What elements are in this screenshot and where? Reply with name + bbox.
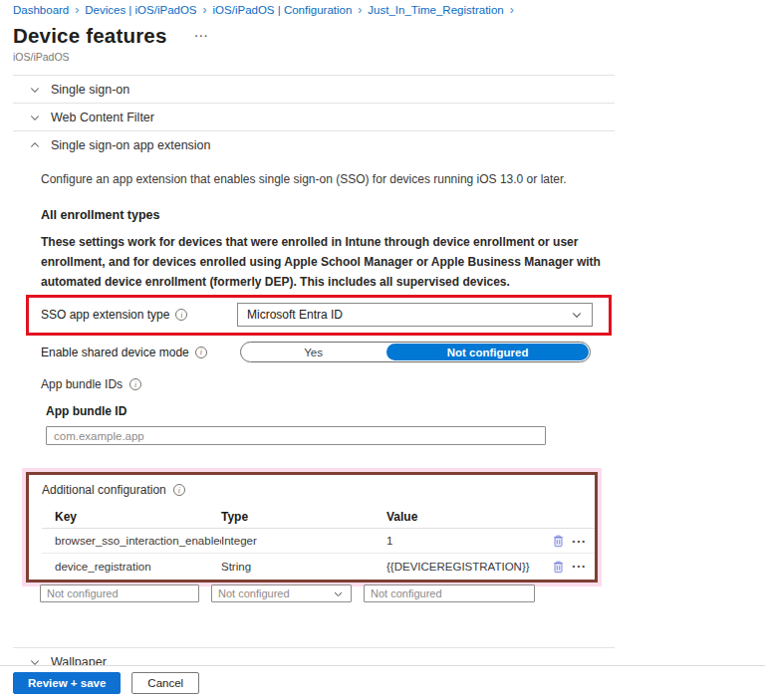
section-single-sign-on[interactable]: Single sign-on [13,76,615,103]
enrollment-types-description: These settings work for devices that wer… [41,232,605,292]
field-label: SSO app extension type [41,308,169,322]
chevron-up-icon [29,139,41,151]
app-bundle-ids-label-group: App bundle IDs i [41,377,615,391]
select-placeholder: Not configured [218,587,290,599]
platform-subtitle: iOS/iPadOS [13,51,765,63]
field-label: Enable shared device mode [41,346,189,359]
new-type-select[interactable]: Not configured [211,584,352,602]
shared-device-mode-label-group: Enable shared device mode i [41,346,240,359]
delete-row-trash-icon[interactable] [552,560,565,574]
sso-description: Configure an app extension that enables … [41,172,615,186]
cell-value: {{DEVICEREGISTRATION}} [386,561,537,573]
sso-extension-type-label-group: SSO app extension type i [41,308,237,322]
toggle-option-not-configured[interactable]: Not configured [386,344,589,360]
annotation-red-box: SSO app extension type i Microsoft Entra… [26,295,612,336]
chevron-down-icon [333,588,345,599]
chevron-down-icon [571,309,583,321]
section-label: Single sign-on app extension [51,138,211,152]
row-more-menu-icon[interactable]: ••• [573,537,587,546]
section-web-content-filter[interactable]: Web Content Filter [13,104,615,130]
table-row: device_registration String {{DEVICEREGIS… [42,554,595,579]
table-row: browser_sso_interaction_enabled Integer … [42,529,595,554]
breadcrumb-dashboard[interactable]: Dashboard [13,4,69,16]
breadcrumb-separator-icon: › [509,3,515,17]
toggle-option-yes[interactable]: Yes [241,343,385,361]
app-bundle-id-input[interactable] [46,426,546,445]
section-label: Web Content Filter [51,111,154,124]
cell-type: Integer [221,535,386,547]
breadcrumb-separator-icon: › [74,3,80,17]
section-sso-app-extension[interactable]: Single sign-on app extension [13,131,615,158]
info-icon[interactable]: i [129,378,141,390]
info-icon[interactable]: i [175,309,187,321]
new-key-input[interactable] [40,584,199,602]
section-label: Single sign-on [51,83,129,97]
cell-type: String [221,561,386,573]
chevron-down-icon [29,84,41,96]
field-label: App bundle IDs [41,377,123,391]
breadcrumb-configuration[interactable]: iOS/iPadOS | Configuration [213,4,353,16]
annotation-brown-box: Additional configuration i Key Type Valu… [26,472,598,583]
column-header-key: Key [42,510,221,524]
cell-key: browser_sso_interaction_enabled [42,535,221,547]
info-icon[interactable]: i [195,347,207,358]
info-icon[interactable]: i [173,484,185,496]
shared-device-mode-toggle: Yes Not configured [240,342,591,362]
sso-extension-type-dropdown[interactable]: Microsoft Entra ID [237,303,593,327]
cancel-button[interactable]: Cancel [131,672,199,694]
table-header-row: Key Type Value [42,505,595,529]
breadcrumb-devices-ios[interactable]: Devices | iOS/iPadOS [85,4,196,16]
breadcrumb-separator-icon: › [202,3,208,17]
device-features-page: Dashboard › Devices | iOS/iPadOS › iOS/i… [0,0,765,700]
app-bundle-id-column-header: App bundle ID [46,404,615,418]
footer-action-bar: Review + save Cancel [0,665,765,700]
additional-configuration-table: Key Type Value browser_sso_interaction_e… [42,505,595,579]
additional-configuration-label-group: Additional configuration i [42,483,595,497]
cell-value: 1 [386,535,537,547]
page-title: Device features [13,24,167,48]
column-header-value: Value [386,510,537,524]
review-save-button[interactable]: Review + save [13,672,121,694]
delete-row-trash-icon[interactable] [552,534,565,548]
title-more-menu-icon[interactable]: ··· [195,30,209,42]
chevron-down-icon [29,112,41,123]
breadcrumb: Dashboard › Devices | iOS/iPadOS › iOS/i… [0,0,765,17]
new-value-input[interactable] [364,584,535,602]
breadcrumb-separator-icon: › [357,3,363,17]
breadcrumb-profile[interactable]: Just_In_Time_Registration [368,4,503,16]
column-header-type: Type [221,510,386,524]
cell-key: device_registration [42,561,221,573]
new-configuration-row: Not configured [40,584,615,602]
field-label: Additional configuration [42,483,166,497]
row-more-menu-icon[interactable]: ••• [573,562,587,571]
enrollment-types-heading: All enrollment types [41,208,615,222]
dropdown-selected-value: Microsoft Entra ID [247,308,343,322]
